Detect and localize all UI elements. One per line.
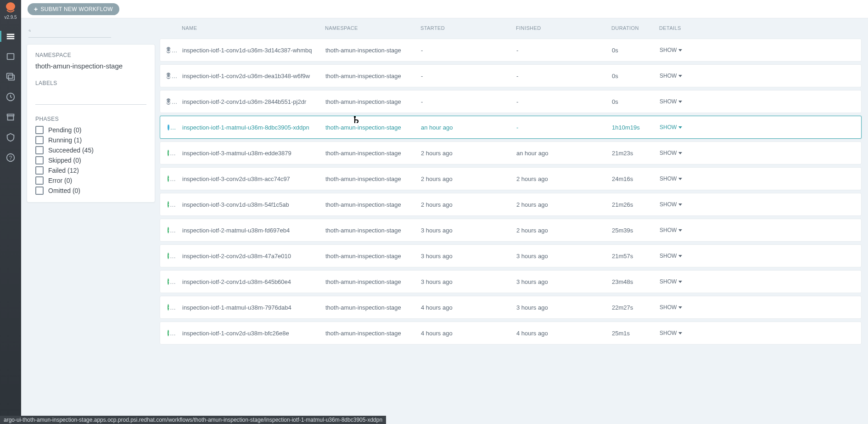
show-details-button[interactable]: SHOW xyxy=(660,98,696,105)
workflow-row[interactable]: …inspection-iotf-2-matmul-u38m-fd697eb4t… xyxy=(160,219,862,242)
phase-filter-item[interactable]: Error (0) xyxy=(35,176,146,185)
show-label: SHOW xyxy=(660,253,677,259)
phases-heading: PHASES xyxy=(35,116,146,122)
show-details-button[interactable]: SHOW xyxy=(660,278,696,285)
show-label: SHOW xyxy=(660,124,677,130)
workflow-row[interactable]: …inspection-iotf-2-conv2d-u38m-47a7e010t… xyxy=(160,244,862,267)
nav-workflows[interactable] xyxy=(0,26,21,46)
phase-filter-item[interactable]: Succeeded (45) xyxy=(35,146,146,154)
workflow-row[interactable]: …inspection-iotf-3-matmul-u38m-edde3879t… xyxy=(160,141,862,164)
show-details-button[interactable]: SHOW xyxy=(660,47,696,53)
row-menu-icon[interactable]: … xyxy=(172,47,178,54)
version-label: v2.9.5 xyxy=(4,15,17,20)
col-name: NAME xyxy=(182,25,325,31)
chevron-down-icon xyxy=(678,75,682,77)
phase-label: Failed (12) xyxy=(48,167,79,174)
workflow-name: inspection-iotf-2-conv2d-u38m-47a7e010 xyxy=(182,253,291,260)
workflow-duration: 24m16s xyxy=(612,175,633,182)
workflow-finished: 3 hours ago xyxy=(516,304,548,311)
workflow-row[interactable]: …inspection-iotf-1-conv1d-u36m-3d14c387-… xyxy=(160,39,862,62)
show-details-button[interactable]: SHOW xyxy=(660,150,696,156)
show-label: SHOW xyxy=(660,330,677,336)
show-label: SHOW xyxy=(660,278,677,285)
workflow-namespace: thoth-amun-inspection-stage xyxy=(325,253,401,260)
workflow-started: an hour ago xyxy=(421,124,453,131)
svg-point-12 xyxy=(29,30,30,31)
success-icon xyxy=(168,227,169,233)
nav-clock[interactable] xyxy=(0,87,21,107)
nav-cron[interactable] xyxy=(0,67,21,87)
workflow-finished: 2 hours ago xyxy=(516,175,548,182)
show-details-button[interactable]: SHOW xyxy=(660,201,696,208)
workflow-finished: 2 hours ago xyxy=(516,201,548,208)
success-icon xyxy=(168,304,169,311)
workflow-row[interactable]: …inspection-iotf-1-matmul-u38m-7976dab4t… xyxy=(160,296,862,319)
workflow-row[interactable]: …inspection-iotf-3-conv1d-u38m-54f1c5abt… xyxy=(160,193,862,216)
workflow-duration: 21m23s xyxy=(612,150,633,157)
workflow-row[interactable]: …inspection-iotf-3-conv2d-u38m-acc74c97t… xyxy=(160,167,862,190)
phase-label: Omitted (0) xyxy=(48,187,80,194)
pending-icon xyxy=(166,98,171,105)
workflow-row[interactable]: …inspection-iotf-2-conv1d-u36m-2844b551-… xyxy=(160,90,862,113)
phase-label: Succeeded (45) xyxy=(48,147,94,154)
col-details: DETAILS xyxy=(659,25,696,31)
show-details-button[interactable]: SHOW xyxy=(660,304,696,311)
workflow-namespace: thoth-amun-inspection-stage xyxy=(325,201,401,208)
phase-filter-item[interactable]: Pending (0) xyxy=(35,126,146,134)
workflow-namespace: thoth-amun-inspection-stage xyxy=(325,98,401,105)
phase-filter-item[interactable]: Failed (12) xyxy=(35,166,146,175)
filter-panel: NAMESPACE thoth-amun-inspection-stage LA… xyxy=(27,44,155,203)
show-label: SHOW xyxy=(660,201,677,208)
workflow-finished: 2 hours ago xyxy=(516,227,548,234)
nav-reports[interactable] xyxy=(0,127,21,147)
success-icon xyxy=(168,278,169,285)
row-menu-icon[interactable]: … xyxy=(172,98,178,105)
namespace-value[interactable]: thoth-amun-inspection-stage xyxy=(35,62,146,70)
workflow-started: - xyxy=(421,47,423,54)
svg-point-0 xyxy=(6,2,15,11)
show-details-button[interactable]: SHOW xyxy=(660,73,696,79)
show-label: SHOW xyxy=(660,175,677,182)
running-icon xyxy=(168,124,169,130)
search-input[interactable] xyxy=(34,27,111,34)
row-menu-icon[interactable]: … xyxy=(170,124,176,131)
phase-label: Error (0) xyxy=(48,177,72,184)
workflow-name: inspection-iotf-3-conv2d-u38m-acc74c97 xyxy=(182,175,290,182)
workflow-namespace: thoth-amun-inspection-stage xyxy=(325,330,401,337)
search-field[interactable] xyxy=(28,24,111,38)
workflow-row[interactable]: …inspection-iotf-1-conv2d-u38m-bfc26e8et… xyxy=(160,322,862,345)
submit-workflow-button[interactable]: + SUBMIT NEW WORKFLOW xyxy=(28,3,119,15)
nav-archive[interactable] xyxy=(0,107,21,127)
phase-filter-item[interactable]: Omitted (0) xyxy=(35,187,146,195)
svg-rect-2 xyxy=(7,36,15,37)
success-icon xyxy=(168,201,169,208)
pending-icon xyxy=(166,47,171,53)
workflow-name: inspection-iotf-1-matmul-u38m-7976dab4 xyxy=(182,304,291,311)
row-menu-icon[interactable]: … xyxy=(172,73,178,79)
show-details-button[interactable]: SHOW xyxy=(660,175,696,182)
col-namespace: NAMESPACE xyxy=(325,25,420,31)
show-details-button[interactable]: SHOW xyxy=(660,124,696,130)
workflow-row[interactable]: …inspection-iotf-2-conv1d-u38m-645b60e4t… xyxy=(160,270,862,293)
workflow-namespace: thoth-amun-inspection-stage xyxy=(325,73,401,79)
workflow-row[interactable]: …inspection-iotf-1-conv2d-u36m-dea1b348-… xyxy=(160,64,862,87)
workflow-namespace: thoth-amun-inspection-stage xyxy=(325,278,401,285)
labels-input[interactable] xyxy=(35,93,146,105)
workflow-finished: - xyxy=(516,47,518,54)
nav-templates[interactable] xyxy=(0,46,21,67)
phase-filter-item[interactable]: Skipped (0) xyxy=(35,156,146,164)
show-details-button[interactable]: SHOW xyxy=(660,227,696,233)
checkbox-icon xyxy=(35,136,44,144)
show-details-button[interactable]: SHOW xyxy=(660,253,696,259)
svg-rect-6 xyxy=(8,75,14,80)
workflow-namespace: thoth-amun-inspection-stage xyxy=(325,227,401,234)
checkbox-icon xyxy=(35,176,44,185)
show-details-button[interactable]: SHOW xyxy=(660,330,696,336)
checkbox-icon xyxy=(35,146,44,154)
workflow-row[interactable]: …inspection-iotf-1-matmul-u36m-8dbc3905-… xyxy=(160,116,862,139)
phase-filter-item[interactable]: Running (1) xyxy=(35,136,146,144)
workflow-finished: - xyxy=(516,124,518,131)
nav-help[interactable]: ? xyxy=(0,147,21,168)
pending-icon xyxy=(166,73,171,79)
success-icon xyxy=(168,150,169,156)
